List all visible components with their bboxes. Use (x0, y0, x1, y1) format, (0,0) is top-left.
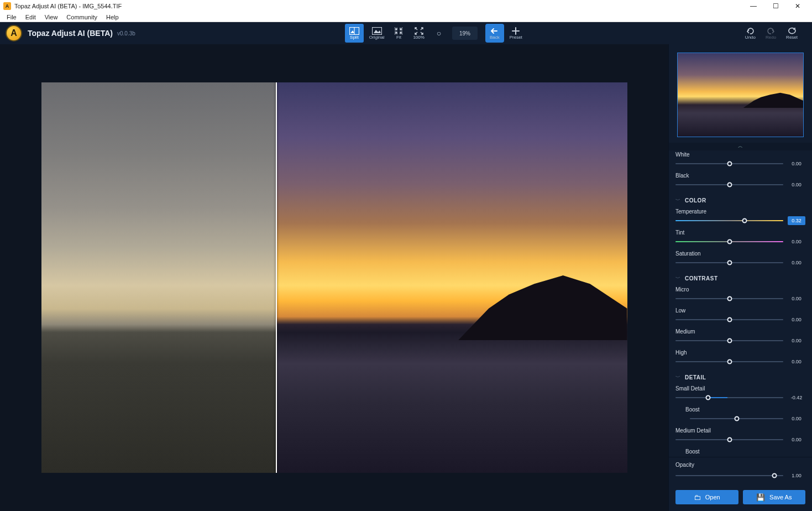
saturation-label: Saturation (675, 251, 805, 257)
medium-detail-slider[interactable] (675, 439, 783, 440)
collapse-panel-button[interactable]: ︿ (669, 143, 812, 150)
redo-button[interactable]: Redo (761, 24, 780, 43)
micro-value[interactable]: 0.00 (788, 294, 805, 303)
high-slider[interactable] (675, 361, 783, 362)
open-button[interactable]: 🗀 Open (675, 490, 738, 504)
preset-label: Preset (510, 35, 522, 40)
split-icon (349, 27, 359, 35)
micro-slider[interactable] (675, 298, 783, 299)
black-value[interactable]: 0.00 (788, 180, 805, 189)
original-view-button[interactable]: Original (365, 24, 389, 43)
plus-icon (512, 27, 520, 35)
reset-button[interactable]: Reset (782, 24, 802, 43)
medium-boost-label: Boost (675, 449, 805, 455)
save-as-button[interactable]: 💾 Save As (743, 490, 806, 504)
high-value[interactable]: 0.00 (788, 357, 805, 366)
preview-original (41, 82, 276, 473)
zoom-level[interactable]: 19% (452, 27, 478, 40)
chevron-down-icon: ﹀ (675, 197, 680, 204)
contrast-title: CONTRAST (685, 275, 718, 281)
undo-button[interactable]: Undo (741, 24, 760, 43)
small-detail-value[interactable]: -0.42 (788, 393, 805, 402)
black-slider[interactable] (675, 184, 783, 185)
small-boost-slider[interactable] (690, 418, 783, 419)
navigator-thumbnail[interactable] (677, 53, 804, 137)
reset-label: Reset (786, 35, 798, 40)
back-button[interactable]: Back (485, 24, 504, 43)
medium-value[interactable]: 0.00 (788, 336, 805, 345)
medium-slider[interactable] (675, 340, 783, 341)
open-label: Open (705, 494, 720, 500)
window-titlebar: A Topaz Adjust AI (BETA) - IMG_5544.TIF … (0, 0, 812, 12)
temperature-label: Temperature (675, 208, 805, 215)
split-view-button[interactable]: Split (345, 24, 364, 43)
temperature-slider[interactable] (675, 220, 783, 221)
black-label: Black (675, 173, 805, 179)
app-icon-small: A (3, 2, 11, 10)
small-boost-value[interactable]: 0.00 (788, 414, 805, 423)
back-label: Back (490, 35, 500, 40)
saturation-value[interactable]: 0.00 (788, 258, 805, 267)
view-tools: Split Original Fit 100% ○ (345, 24, 448, 43)
param-black: Black 0.00 (669, 171, 812, 192)
menu-help[interactable]: Help (102, 13, 123, 21)
maximize-button[interactable]: ☐ (764, 2, 787, 10)
opacity-label: Opacity (675, 462, 805, 468)
medium-label: Medium (675, 328, 805, 335)
close-button[interactable]: ✕ (787, 2, 809, 10)
hundred-view-button[interactable]: 100% (408, 24, 428, 43)
medium-detail-value[interactable]: 0.00 (788, 435, 805, 444)
color-title: COLOR (685, 197, 706, 204)
param-medium: Medium 0.00 (669, 327, 812, 348)
tint-slider[interactable] (675, 241, 783, 242)
section-contrast[interactable]: ﹀ CONTRAST (669, 270, 812, 285)
white-slider[interactable] (675, 163, 783, 164)
minimize-button[interactable]: — (742, 2, 764, 10)
param-saturation: Saturation 0.00 (669, 249, 812, 270)
param-high: High 0.00 (669, 348, 812, 369)
expand-icon (415, 27, 423, 35)
param-white: White 0.00 (669, 150, 812, 171)
tint-label: Tint (675, 230, 805, 236)
param-micro: Micro 0.00 (669, 285, 812, 306)
section-detail[interactable]: ﹀ DETAIL (669, 369, 812, 384)
fit-label: Fit (396, 35, 401, 40)
svg-marker-2 (350, 30, 354, 33)
opacity-value[interactable]: 1.00 (788, 471, 805, 480)
low-value[interactable]: 0.00 (788, 315, 805, 324)
folder-icon: 🗀 (694, 493, 701, 502)
right-panel: ︿ White 0.00 Black 0.00 (668, 44, 812, 511)
preview-adjusted (276, 82, 627, 473)
param-low: Low 0.00 (669, 306, 812, 327)
white-value[interactable]: 0.00 (788, 159, 805, 168)
split-divider[interactable] (276, 82, 277, 473)
opacity-slider[interactable] (675, 475, 783, 476)
menu-edit[interactable]: Edit (21, 13, 40, 21)
low-label: Low (675, 307, 805, 314)
section-color[interactable]: ﹀ COLOR (669, 192, 812, 207)
parameters-scroll[interactable]: White 0.00 Black 0.00 ﹀ COLOR (669, 150, 812, 457)
saturation-slider[interactable] (675, 262, 783, 263)
micro-label: Micro (675, 286, 805, 293)
tint-value[interactable]: 0.00 (788, 237, 805, 246)
param-small-boost: Boost 0.00 (669, 405, 812, 426)
undo-icon (746, 27, 755, 35)
reset-icon (788, 27, 797, 35)
low-slider[interactable] (675, 319, 783, 320)
fit-view-button[interactable]: Fit (390, 24, 407, 43)
menu-view[interactable]: View (40, 13, 62, 21)
split-preview[interactable] (41, 82, 627, 473)
extra-view-button[interactable]: ○ (430, 24, 448, 43)
medium-detail-label: Medium Detail (675, 427, 805, 434)
preset-button[interactable]: Preset (505, 24, 527, 43)
menu-file[interactable]: File (2, 13, 21, 21)
small-detail-slider[interactable] (675, 397, 783, 398)
preview-panel (0, 44, 668, 511)
chevron-down-icon: ﹀ (675, 374, 680, 381)
temperature-value[interactable]: 0.32 (788, 216, 805, 225)
menu-bar: File Edit View Community Help (0, 12, 812, 22)
white-label: White (675, 152, 805, 158)
menu-community[interactable]: Community (62, 13, 102, 21)
small-boost-label: Boost (675, 406, 805, 413)
save-icon: 💾 (756, 493, 765, 502)
